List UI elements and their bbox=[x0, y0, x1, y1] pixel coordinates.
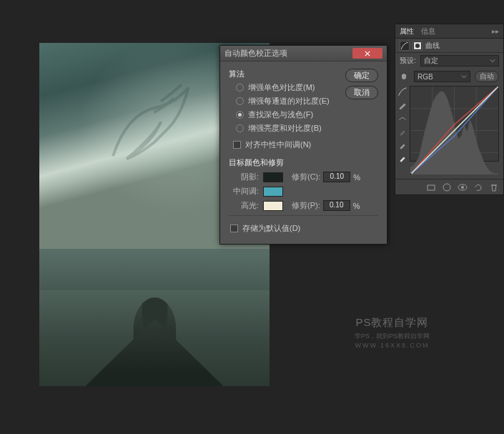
radio-label: 查找深色与浅色(F) bbox=[248, 109, 313, 120]
target-label: 目标颜色和修剪 bbox=[229, 157, 378, 168]
eyedropper-black-icon[interactable] bbox=[397, 127, 407, 137]
auto-color-dialog: 自动颜色校正选项 确定 取消 算法 增强单色对比度(M) 增强每通道的对比度(E… bbox=[219, 45, 387, 245]
prev-icon[interactable] bbox=[442, 182, 452, 192]
highlight-row: 高光: 修剪(P): 0.10 % bbox=[229, 200, 378, 211]
radio-icon bbox=[236, 97, 244, 105]
watermark-sub: 学PS，就到PS教程自学网 bbox=[355, 332, 430, 341]
channel-value: RGB bbox=[417, 73, 433, 81]
smooth-icon[interactable] bbox=[397, 114, 407, 123]
properties-panel: 属性 信息 ▸▸ 曲线 预设: 自定 RGB 自动 bbox=[395, 24, 504, 195]
pct-label: % bbox=[353, 173, 360, 182]
radio-icon bbox=[236, 124, 244, 132]
clip-highlight-input[interactable]: 0.10 bbox=[323, 200, 350, 211]
hand-icon[interactable] bbox=[400, 71, 410, 82]
curves-icon bbox=[400, 41, 410, 51]
svg-point-17 bbox=[443, 184, 450, 191]
clip-p-label: 修剪(P): bbox=[292, 200, 320, 211]
checkbox-icon bbox=[230, 225, 238, 232]
dialog-title: 自动颜色校正选项 bbox=[224, 48, 352, 59]
clip-c-label: 修剪(C): bbox=[292, 172, 320, 182]
shadow-swatch[interactable] bbox=[263, 172, 283, 182]
radio-brightness-contrast[interactable]: 增强亮度和对比度(B) bbox=[236, 123, 378, 134]
pencil-tool-icon[interactable] bbox=[397, 101, 407, 110]
cancel-button[interactable]: 取消 bbox=[345, 86, 378, 99]
channel-row: RGB 自动 bbox=[395, 69, 503, 84]
tab-info[interactable]: 信息 bbox=[421, 26, 435, 36]
clip-icon[interactable] bbox=[426, 182, 436, 192]
radio-label: 增强亮度和对比度(B) bbox=[248, 123, 322, 134]
radio-label: 增强每通道的对比度(E) bbox=[248, 96, 330, 107]
trash-icon[interactable] bbox=[489, 182, 499, 192]
preset-label: 预设: bbox=[400, 56, 416, 66]
radio-label: 增强单色对比度(M) bbox=[248, 82, 315, 93]
curves-lines bbox=[410, 87, 498, 174]
close-button[interactable] bbox=[352, 48, 382, 59]
midtone-row: 中间调: bbox=[229, 186, 378, 197]
preset-select[interactable]: 自定 bbox=[420, 55, 499, 66]
pct-label: % bbox=[353, 202, 360, 210]
boat-art bbox=[85, 290, 223, 386]
watermark-url: WWW.16XX8.COM bbox=[355, 342, 430, 349]
shadow-label: 阴影: bbox=[229, 172, 259, 182]
divider bbox=[229, 215, 378, 216]
eye-icon[interactable] bbox=[458, 182, 468, 192]
shadow-row: 阴影: 修剪(C): 0.10 % bbox=[229, 172, 378, 182]
snap-neutral-check[interactable]: 对齐中性中间调(N) bbox=[233, 139, 378, 150]
chevron-down-icon bbox=[490, 58, 495, 64]
check-label: 对齐中性中间调(N) bbox=[245, 139, 311, 150]
radio-icon bbox=[236, 84, 244, 92]
tab-properties[interactable]: 属性 bbox=[400, 26, 414, 36]
checkbox-icon bbox=[233, 141, 241, 149]
preset-row: 预设: 自定 bbox=[395, 53, 503, 69]
svg-rect-16 bbox=[428, 185, 435, 190]
point-tool-icon[interactable] bbox=[397, 87, 407, 97]
midtone-label: 中间调: bbox=[229, 186, 259, 197]
chevron-down-icon bbox=[461, 74, 467, 79]
boat-hull bbox=[85, 319, 223, 386]
adjustment-header: 曲线 bbox=[395, 39, 503, 53]
dialog-titlebar[interactable]: 自动颜色校正选项 bbox=[220, 46, 387, 61]
close-icon bbox=[365, 51, 370, 56]
adjust-label: 曲线 bbox=[425, 41, 440, 51]
midtone-swatch[interactable] bbox=[263, 187, 283, 197]
ok-button[interactable]: 确定 bbox=[345, 69, 378, 82]
panel-tabs: 属性 信息 ▸▸ bbox=[395, 24, 503, 39]
auto-button[interactable]: 自动 bbox=[475, 71, 499, 82]
curve-area bbox=[395, 84, 503, 163]
radio-find-dark-light[interactable]: 查找深色与浅色(F) bbox=[236, 109, 378, 120]
svg-point-19 bbox=[461, 186, 464, 189]
check-label: 存储为默认值(D) bbox=[242, 223, 300, 234]
highlight-label: 高光: bbox=[229, 200, 259, 211]
mask-icon bbox=[412, 41, 423, 51]
clip-shadow-input[interactable]: 0.10 bbox=[323, 172, 350, 182]
preset-value: 自定 bbox=[424, 56, 438, 66]
channel-select[interactable]: RGB bbox=[414, 71, 470, 82]
collapse-icon[interactable]: ▸▸ bbox=[492, 27, 499, 35]
eyedropper-white-icon[interactable] bbox=[397, 154, 407, 163]
curve-graph[interactable] bbox=[410, 86, 499, 162]
panel-footer bbox=[395, 179, 503, 194]
svg-point-1 bbox=[415, 44, 420, 48]
dragon-art bbox=[85, 60, 223, 197]
watermark-title: PS教程自学网 bbox=[355, 316, 430, 330]
radio-icon bbox=[236, 111, 244, 119]
eyedropper-gray-icon[interactable] bbox=[397, 141, 407, 150]
reset-icon[interactable] bbox=[473, 182, 483, 192]
highlight-swatch[interactable] bbox=[263, 201, 283, 211]
save-default-check[interactable]: 存储为默认值(D) bbox=[230, 223, 378, 234]
watermark: PS教程自学网 学PS，就到PS教程自学网 WWW.16XX8.COM bbox=[355, 316, 430, 349]
curve-tools bbox=[395, 84, 410, 163]
